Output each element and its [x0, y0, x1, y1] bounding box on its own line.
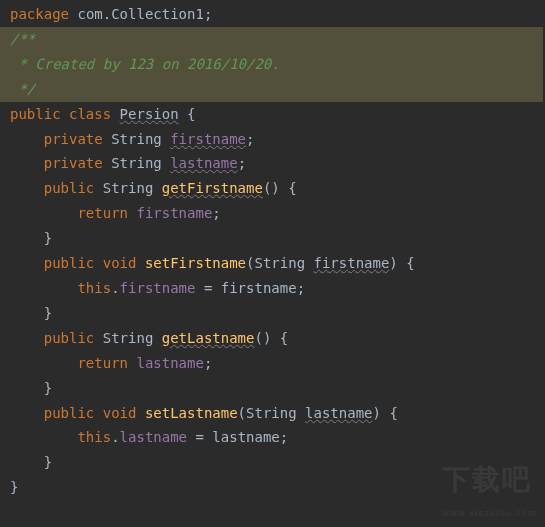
keyword-void: void	[103, 405, 137, 421]
class-close: }	[10, 475, 545, 500]
setter-lastname-decl: public void setLastname(String lastname)…	[10, 401, 545, 426]
keyword-void: void	[103, 255, 137, 271]
keyword-private: private	[44, 131, 103, 147]
field-ref: firstname	[136, 205, 212, 221]
field-firstname: private String firstname;	[10, 127, 545, 152]
brace-close: }	[44, 305, 52, 321]
class-decl: public class Persion {	[10, 102, 545, 127]
lparen: (	[238, 405, 246, 421]
type-string: String	[111, 131, 162, 147]
keyword-return: return	[77, 355, 128, 371]
return-type: String	[103, 180, 154, 196]
keyword-public: public	[44, 330, 95, 346]
assign: =	[195, 429, 203, 445]
javadoc-close: */	[10, 77, 533, 102]
field-ref: lastname	[136, 355, 203, 371]
method-name: getLastname	[162, 330, 255, 346]
keyword-public: public	[44, 405, 95, 421]
getter-lastname-decl: public String getLastname() {	[10, 326, 545, 351]
rparen: )	[263, 330, 271, 346]
semicolon: ;	[204, 355, 212, 371]
brace-open: {	[389, 405, 397, 421]
keyword-public: public	[44, 255, 95, 271]
rparen: )	[373, 405, 381, 421]
class-name: Persion	[120, 106, 179, 122]
brace-open: {	[280, 330, 288, 346]
getter-lastname-body: return lastname;	[10, 351, 545, 376]
field-name: firstname	[170, 131, 246, 147]
keyword-this: this	[77, 280, 111, 296]
param-type: String	[254, 255, 305, 271]
rparen: )	[271, 180, 279, 196]
dot: .	[111, 280, 119, 296]
semicolon: ;	[212, 205, 220, 221]
field-lastname: private String lastname;	[10, 151, 545, 176]
keyword-package: package	[10, 6, 69, 22]
semicolon: ;	[246, 131, 254, 147]
method-name: getFirstname	[162, 180, 263, 196]
keyword-public: public	[10, 106, 61, 122]
javadoc-body: * Created by 123 on 2016/10/20.	[10, 52, 533, 77]
package-name: com.Collection1	[77, 6, 203, 22]
semicolon: ;	[297, 280, 305, 296]
brace-close: }	[44, 230, 52, 246]
param-type: String	[246, 405, 297, 421]
rhs: firstname	[221, 280, 297, 296]
dot: .	[111, 429, 119, 445]
setter-firstname-body: this.firstname = firstname;	[10, 276, 545, 301]
param-name: firstname	[314, 255, 390, 271]
method-name: setLastname	[145, 405, 238, 421]
type-string: String	[111, 155, 162, 171]
setter-firstname-close: }	[10, 301, 545, 326]
semicolon: ;	[238, 155, 246, 171]
field-ref: firstname	[120, 280, 196, 296]
getter-firstname-body: return firstname;	[10, 201, 545, 226]
setter-firstname-decl: public void setFirstname(String firstnam…	[10, 251, 545, 276]
code-editor[interactable]: package com.Collection1; /** * Created b…	[0, 0, 545, 502]
assign: =	[204, 280, 212, 296]
getter-firstname-close: }	[10, 226, 545, 251]
brace-open: {	[406, 255, 414, 271]
brace-open: {	[288, 180, 296, 196]
rhs: lastname	[212, 429, 279, 445]
method-name: setFirstname	[145, 255, 246, 271]
brace-close: }	[44, 380, 52, 396]
keyword-this: this	[77, 429, 111, 445]
rparen: )	[389, 255, 397, 271]
param-name: lastname	[305, 405, 372, 421]
getter-lastname-close: }	[10, 376, 545, 401]
getter-firstname-decl: public String getFirstname() {	[10, 176, 545, 201]
brace-open: {	[187, 106, 195, 122]
lparen: (	[254, 330, 262, 346]
keyword-class: class	[69, 106, 111, 122]
code-line-package: package com.Collection1;	[10, 2, 545, 27]
return-type: String	[103, 330, 154, 346]
semicolon: ;	[280, 429, 288, 445]
keyword-return: return	[77, 205, 128, 221]
brace-close: }	[10, 479, 18, 495]
watermark-sub: www.xiazaiba.com	[442, 505, 537, 521]
field-name: lastname	[170, 155, 237, 171]
keyword-public: public	[44, 180, 95, 196]
javadoc-block: /** * Created by 123 on 2016/10/20. */	[0, 27, 543, 102]
setter-lastname-close: }	[10, 450, 545, 475]
field-ref: lastname	[120, 429, 187, 445]
javadoc-open: /**	[10, 27, 533, 52]
setter-lastname-body: this.lastname = lastname;	[10, 425, 545, 450]
brace-close: }	[44, 454, 52, 470]
keyword-private: private	[44, 155, 103, 171]
semicolon: ;	[204, 6, 212, 22]
